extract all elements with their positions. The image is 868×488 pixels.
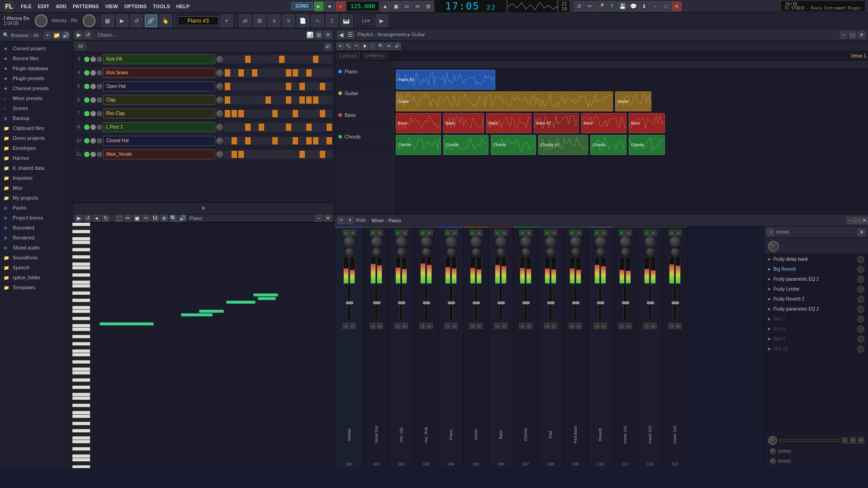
piano-key-44[interactable] [72,382,90,386]
mx-arrow-l[interactable]: ◁ [544,323,550,329]
step-btn[interactable] [231,123,237,131]
sidebar-item-sliced-audio[interactable]: ⊕Sliced audio [0,243,72,253]
clip-guitar[interactable]: Guitar [615,91,651,111]
mx-fader-thumb[interactable] [622,301,629,304]
step-btn[interactable] [313,69,319,77]
mx-pan-knob[interactable] [372,248,380,256]
step-btn[interactable] [299,150,305,158]
menu-patterns[interactable]: PATTERNS [70,3,102,10]
step-btn[interactable] [245,123,251,131]
piano-key-9[interactable] [72,255,90,259]
piano-roll-record-icon[interactable]: ● [93,215,100,222]
stretch-button[interactable]: STRETCH [363,53,387,59]
fx-slot-big-reverb[interactable]: ▶ Big Reverb [764,264,868,274]
sidebar-item-il-shared-data[interactable]: 📁IL shared data [0,163,72,173]
step-btn[interactable] [319,123,326,131]
mixer-piano-icon[interactable]: 🎹 [340,14,353,27]
step-btn[interactable] [326,96,332,104]
mx-send-btn[interactable]: S [526,230,532,236]
channel-vol-knob[interactable] [216,151,223,158]
mx-send-btn[interactable]: S [350,230,356,236]
mx-green-btn[interactable]: G [395,230,401,236]
fx-send-btn3[interactable]: R [858,437,864,444]
step-btn[interactable] [299,123,305,131]
piano-key-61[interactable] [72,444,90,447]
mixer-maximize-icon[interactable]: □ [854,217,861,224]
channel-vol-knob[interactable] [216,56,223,63]
channel-rack-grid-icon[interactable]: ⊞ [315,31,323,38]
piano-key-26[interactable] [72,317,90,321]
step-btn[interactable] [258,110,265,118]
mx-arrow-r[interactable]: ▷ [451,323,458,329]
mx-arrow-l[interactable]: ◁ [469,323,475,329]
playlist-icon[interactable]: ☰ [346,31,354,38]
download-icon[interactable]: ⬇ [639,1,649,11]
menu-edit[interactable]: EDIT [35,3,52,10]
step-btn[interactable] [224,123,231,131]
add-channel-icon[interactable]: + [201,204,206,213]
step-btn[interactable] [279,96,285,104]
record-button[interactable]: ● [336,1,346,11]
channel-name[interactable]: Clap [103,95,215,105]
piano-key-62[interactable] [72,447,90,451]
mx-arrow-r[interactable]: ▷ [377,323,383,329]
mx-pan-knob[interactable] [646,248,654,256]
clip-guitar[interactable]: Guitar [396,91,613,111]
mx-fader-track[interactable] [673,285,677,321]
step-btn[interactable] [272,150,278,158]
step-btn[interactable] [258,69,265,77]
song-mode-button[interactable]: SONG [291,2,313,10]
piano-key-3[interactable] [72,234,90,237]
mx-fader-thumb[interactable] [498,301,505,304]
fx-slot-slot-8[interactable]: ▶ Slot 8 [764,324,868,334]
sidebar-item-backup[interactable]: ⊕Backup [0,113,72,123]
fx-enable-knob[interactable] [857,296,864,303]
piano-key-7[interactable] [72,248,90,252]
step-btn[interactable] [272,110,278,118]
mx-pan-knob[interactable] [596,248,604,256]
mx-fader-track[interactable] [648,285,652,321]
piano-key-65[interactable] [72,458,90,462]
piano-key-31[interactable] [72,335,90,339]
mx-fader-thumb[interactable] [373,301,380,304]
step-btn[interactable] [306,150,312,158]
step-btn[interactable] [251,82,258,91]
clip-piano-#3[interactable]: Piano #3 [396,70,495,90]
piano-key-27[interactable] [72,321,90,324]
clip-bass[interactable]: Bass [581,113,626,133]
fx-enable-knob[interactable] [857,266,864,273]
fx-send-none-knob1[interactable] [770,448,776,455]
browser-add-icon[interactable]: + [44,32,51,39]
step-btn[interactable] [326,82,332,91]
step-btn[interactable] [292,69,299,77]
fx-enable-knob[interactable] [857,335,864,343]
mx-pan-knob[interactable] [571,248,579,256]
note-D5[interactable] [181,313,213,316]
piano-key-36[interactable] [72,353,90,357]
step-btn[interactable] [251,137,258,145]
line-arrow-icon[interactable]: ▶ [375,14,388,27]
channel-vol-knob[interactable] [216,83,223,90]
step-btn[interactable] [251,96,258,104]
step-btn[interactable] [299,82,305,91]
step-btn[interactable] [224,82,231,91]
step-btn[interactable] [326,69,332,77]
piano-key-50[interactable] [72,404,90,407]
mute-icon[interactable]: M [385,43,393,50]
step-btn[interactable] [224,137,231,145]
mx-send-btn[interactable]: S [576,230,582,236]
fx-send-none-knob2[interactable] [770,458,776,464]
mx-green-btn[interactable]: G [420,230,426,236]
channel-active-btn[interactable] [84,57,90,62]
note-F5[interactable] [226,301,256,304]
channel-vol-knob[interactable] [216,69,223,77]
tempo-display[interactable]: 125.000 [346,1,379,11]
clip-bass-#2[interactable]: Bass #2 [534,113,579,133]
speaker2-icon[interactable]: 🔊 [394,43,401,50]
mx-pan-knob[interactable] [447,248,455,256]
step-btn[interactable] [319,150,326,158]
piano-roll-zoom2-icon[interactable]: 🔍 [170,215,177,222]
pattern-icon[interactable]: ▣ [391,1,401,11]
piano-key-15[interactable] [72,277,90,281]
sidebar-item-misc[interactable]: 📁Misc [0,183,72,193]
